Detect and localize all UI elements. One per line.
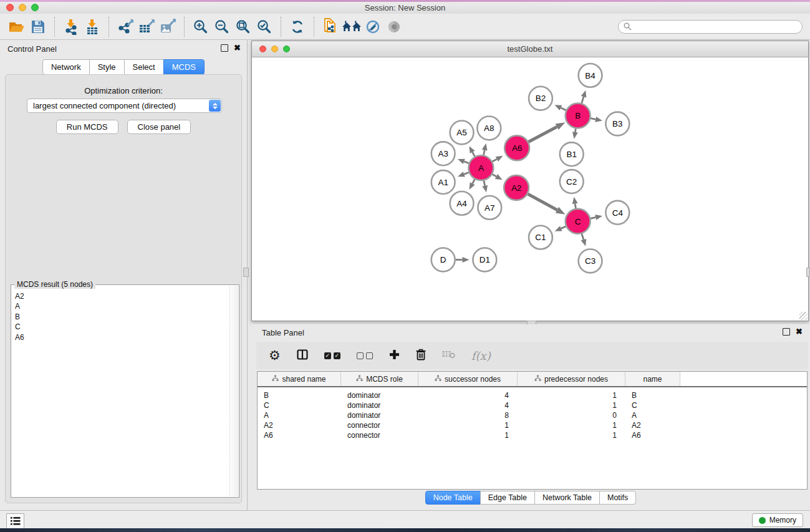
mcds-result-item[interactable]: C [15, 322, 229, 332]
home-layout-icon[interactable] [341, 16, 362, 37]
column-header-shared-name[interactable]: shared name [258, 372, 341, 386]
delete-table-icon[interactable] [442, 350, 455, 361]
graph-node-C[interactable]: C [566, 209, 591, 234]
graph-node-A6[interactable]: A6 [504, 135, 529, 160]
graph-node-A1[interactable]: A1 [432, 170, 455, 194]
graph-edge-A6-B[interactable] [529, 122, 566, 142]
graph-node-C3[interactable]: C3 [579, 249, 602, 273]
refresh-view-icon[interactable] [287, 16, 308, 37]
graph-node-A[interactable]: A [468, 155, 493, 180]
search-field[interactable] [618, 20, 803, 34]
graph-edge-A-A8[interactable] [482, 143, 488, 155]
graph-node-C1[interactable]: C1 [529, 226, 552, 249]
zoom-fit-icon[interactable] [233, 16, 254, 37]
graph-node-A5[interactable]: A5 [450, 121, 474, 145]
mcds-result-item[interactable]: B [15, 312, 229, 322]
settings-gear-icon[interactable]: ⚙ [269, 349, 281, 362]
graph-edge-A-A7[interactable] [482, 181, 488, 193]
optimization-criterion-select[interactable]: largest connected component (directed) [27, 99, 222, 113]
graph-node-D1[interactable]: D1 [473, 248, 496, 272]
graph-node-B[interactable]: B [566, 104, 591, 128]
memory-button[interactable]: Memory [752, 513, 803, 527]
graph-node-B2[interactable]: B2 [529, 87, 552, 110]
function-builder-icon[interactable]: f(x) [471, 349, 491, 362]
table-row[interactable]: A6connector11A6 [258, 430, 807, 440]
result-scrollbar[interactable] [229, 286, 238, 496]
show-graphics-details-icon[interactable] [383, 16, 405, 37]
tab-style[interactable]: Style [89, 59, 125, 75]
tab-edge-table[interactable]: Edge Table [480, 491, 535, 505]
table-row[interactable]: Adominator80A [258, 410, 807, 420]
graph-edge-C-C4[interactable] [591, 215, 602, 220]
graph-node-B1[interactable]: B1 [560, 142, 584, 166]
network-window-titlebar[interactable]: testGlobe.txt [252, 41, 808, 57]
graph-node-A4[interactable]: A4 [450, 191, 474, 215]
open-session-icon[interactable] [6, 16, 27, 37]
tab-mcds[interactable]: MCDS [163, 59, 205, 75]
graph-edge-B-B2[interactable] [554, 105, 566, 110]
graph-node-A8[interactable]: A8 [477, 117, 501, 140]
deselect-all-checkboxes-icon[interactable] [357, 352, 373, 359]
graph-edge-A-A6[interactable] [493, 156, 503, 162]
table-row[interactable]: Cdominator41C [258, 400, 807, 410]
graph-node-A2[interactable]: A2 [504, 175, 529, 200]
graph-edge-A-A1[interactable] [458, 172, 469, 177]
network-canvas[interactable]: B4B2BB3A8A5A6A3B1AC2A1A2A4A7C4CC1DD1C3 [252, 57, 808, 321]
float-table-panel-icon[interactable] [783, 328, 790, 336]
resize-grip-icon[interactable] [799, 312, 808, 320]
import-network-icon[interactable] [60, 16, 82, 37]
graph-node-A3[interactable]: A3 [432, 142, 455, 165]
zoom-selected-icon[interactable] [254, 16, 275, 37]
graph-edge-B-B1[interactable] [572, 128, 578, 139]
close-panel-icon[interactable]: ✖ [234, 44, 241, 52]
graph-node-D[interactable]: D [432, 248, 455, 272]
tab-select[interactable]: Select [124, 59, 164, 75]
graph-edge-A-A3[interactable] [458, 159, 469, 164]
float-panel-icon[interactable] [221, 44, 228, 52]
graph-node-C2[interactable]: C2 [560, 170, 584, 193]
graph-edge-B-B4[interactable] [581, 90, 587, 104]
tab-network[interactable]: Network [42, 59, 90, 75]
graph-node-A7[interactable]: A7 [478, 196, 501, 220]
search-input[interactable] [635, 22, 797, 32]
column-header-predecessor-nodes[interactable]: predecessor nodes [518, 372, 625, 386]
import-table-icon[interactable] [82, 16, 103, 37]
zoom-in-icon[interactable] [190, 16, 211, 37]
mcds-result-item[interactable]: A [15, 301, 229, 311]
close-panel-button[interactable]: Close panel [127, 120, 191, 134]
graph-node-C4[interactable]: C4 [605, 201, 629, 225]
column-layout-icon[interactable] [297, 349, 308, 362]
close-table-panel-icon[interactable]: ✖ [796, 328, 803, 336]
save-session-icon[interactable] [27, 16, 49, 37]
graph-edge-A-A5[interactable] [469, 146, 475, 157]
task-history-button[interactable] [6, 513, 24, 529]
graph-edge-C-C3[interactable] [581, 234, 587, 246]
graph-node-B4[interactable]: B4 [579, 64, 602, 87]
graph-edge-C-C2[interactable] [572, 197, 578, 208]
export-table-icon[interactable] [136, 16, 157, 37]
mcds-result-item[interactable]: A6 [15, 332, 229, 342]
splitter-handle-right[interactable] [806, 268, 810, 277]
graph-edge-B-B3[interactable] [591, 117, 602, 122]
column-header-MCDS-role[interactable]: MCDS role [341, 372, 418, 386]
table-row[interactable]: A2connector11A2 [258, 420, 807, 430]
export-image-icon[interactable] [157, 16, 178, 37]
graph-node-B3[interactable]: B3 [605, 112, 629, 136]
mcds-result-list[interactable]: A2ABCA6 [11, 291, 229, 496]
add-column-icon[interactable] [389, 349, 400, 362]
table-row[interactable]: Bdominator41B [258, 390, 807, 400]
graph-edge-D-D1[interactable] [456, 257, 470, 263]
graph-edge-A2-C[interactable] [528, 194, 565, 215]
graph-edge-A-A4[interactable] [469, 180, 475, 190]
titlebar[interactable]: Session: New Session [0, 2, 810, 14]
select-all-checkboxes-icon[interactable]: ✓✓ [324, 352, 340, 359]
hide-graphics-details-icon[interactable] [362, 16, 383, 37]
zoom-out-icon[interactable] [211, 16, 233, 37]
column-header-name[interactable]: name [625, 372, 680, 386]
mcds-result-item[interactable]: A2 [15, 291, 229, 301]
graph-edge-A-A2[interactable] [493, 174, 503, 180]
tab-node-table[interactable]: Node Table [425, 491, 481, 505]
graph-edge-C-C1[interactable] [555, 226, 566, 231]
column-header-successor-nodes[interactable]: successor nodes [418, 372, 518, 386]
export-network-icon[interactable] [115, 16, 136, 37]
